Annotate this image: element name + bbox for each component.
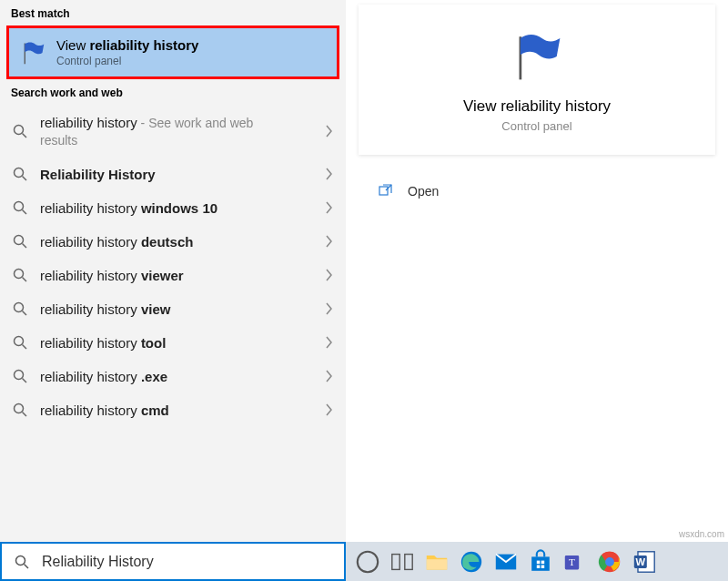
watermark: wsxdn.com xyxy=(679,529,724,539)
result-text: reliability history deutsch xyxy=(40,234,313,250)
chevron-right-icon xyxy=(326,269,333,281)
svg-point-12 xyxy=(15,337,24,346)
best-match-header: Best match xyxy=(0,0,346,25)
file-explorer-icon[interactable] xyxy=(424,549,450,575)
chevron-right-icon xyxy=(326,235,333,248)
preview-title: View reliability history xyxy=(377,97,697,116)
svg-point-6 xyxy=(15,236,24,245)
preview-card: View reliability history Control panel xyxy=(359,5,715,155)
svg-text:T: T xyxy=(569,556,575,567)
svg-point-10 xyxy=(15,303,24,312)
svg-line-3 xyxy=(23,177,27,181)
result-text: reliability history viewer xyxy=(40,268,313,283)
svg-point-16 xyxy=(15,404,24,413)
svg-point-19 xyxy=(16,556,25,565)
search-icon xyxy=(13,124,27,138)
svg-line-15 xyxy=(23,379,27,383)
task-view-icon[interactable] xyxy=(389,549,415,575)
svg-point-8 xyxy=(15,270,24,279)
svg-text:W: W xyxy=(636,556,646,567)
svg-line-17 xyxy=(23,413,27,417)
chevron-right-icon xyxy=(326,403,333,416)
search-bar[interactable] xyxy=(0,542,346,581)
result-item[interactable]: reliability history windows 10 xyxy=(0,191,346,225)
taskbar-apps: T W xyxy=(346,542,728,581)
best-match-result[interactable]: View reliability history Control panel xyxy=(6,25,339,79)
edge-icon[interactable] xyxy=(459,549,484,575)
search-icon xyxy=(13,403,27,417)
teams-icon[interactable]: T xyxy=(562,549,588,575)
word-icon[interactable]: W xyxy=(632,549,657,575)
search-icon xyxy=(13,369,27,383)
svg-line-13 xyxy=(23,345,27,350)
chevron-right-icon xyxy=(326,201,333,214)
mail-icon[interactable] xyxy=(493,549,519,575)
result-text: Reliability History xyxy=(40,167,313,182)
svg-rect-30 xyxy=(537,565,541,568)
search-results-panel: Best match View reliability history Cont… xyxy=(0,0,346,542)
svg-line-7 xyxy=(23,244,27,249)
result-text: reliability history .exe xyxy=(40,369,313,384)
search-icon xyxy=(13,234,27,249)
search-icon xyxy=(13,301,27,316)
result-item[interactable]: reliability history - See work and webre… xyxy=(0,105,346,158)
result-item[interactable]: reliability history .exe xyxy=(0,360,346,393)
actions-list: Open xyxy=(346,168,728,215)
svg-rect-24 xyxy=(427,559,447,569)
svg-line-5 xyxy=(23,210,27,215)
svg-rect-23 xyxy=(405,554,412,569)
preview-panel: View reliability history Control panel O… xyxy=(346,0,728,542)
chevron-right-icon xyxy=(326,336,333,349)
chevron-right-icon xyxy=(326,125,333,138)
svg-line-11 xyxy=(23,311,27,316)
search-icon xyxy=(15,555,29,569)
svg-rect-29 xyxy=(541,560,545,564)
result-item[interactable]: reliability history deutsch xyxy=(0,225,346,259)
svg-point-36 xyxy=(607,558,613,565)
result-text: reliability history windows 10 xyxy=(40,200,313,216)
search-icon xyxy=(13,167,27,181)
flag-icon xyxy=(20,40,46,66)
svg-rect-28 xyxy=(537,560,541,564)
result-text: reliability history cmd xyxy=(40,403,313,418)
result-text: reliability history tool xyxy=(40,335,313,351)
svg-line-9 xyxy=(23,278,27,282)
best-match-text: View reliability history Control panel xyxy=(56,37,198,67)
svg-point-2 xyxy=(15,168,24,178)
svg-point-0 xyxy=(15,125,24,134)
svg-point-4 xyxy=(15,202,24,211)
result-item[interactable]: reliability history tool xyxy=(0,326,346,360)
search-icon xyxy=(13,268,27,282)
svg-rect-31 xyxy=(541,565,545,568)
open-icon xyxy=(379,184,393,199)
svg-point-14 xyxy=(15,371,24,380)
result-item[interactable]: reliability history cmd xyxy=(0,393,346,427)
open-action[interactable]: Open xyxy=(375,175,699,208)
result-text: reliability history view xyxy=(40,301,313,317)
search-icon xyxy=(13,335,27,350)
flag-icon xyxy=(511,30,563,83)
search-input[interactable] xyxy=(42,554,331,570)
chevron-right-icon xyxy=(326,370,333,382)
results-list: reliability history - See work and webre… xyxy=(0,105,346,542)
store-icon[interactable] xyxy=(528,549,553,575)
result-item[interactable]: reliability history viewer xyxy=(0,259,346,292)
taskbar: T W xyxy=(0,542,728,581)
svg-line-20 xyxy=(25,564,29,568)
result-item[interactable]: Reliability History xyxy=(0,158,346,191)
search-icon xyxy=(13,200,27,215)
cortana-icon[interactable] xyxy=(355,549,380,575)
svg-rect-22 xyxy=(392,554,399,569)
search-work-web-header: Search work and web xyxy=(0,79,346,105)
chrome-icon[interactable] xyxy=(597,549,622,575)
svg-point-21 xyxy=(358,551,378,571)
result-text: reliability history - See work and webre… xyxy=(40,114,313,148)
open-label: Open xyxy=(408,184,439,199)
chevron-right-icon xyxy=(326,168,333,180)
svg-line-1 xyxy=(23,133,27,138)
preview-subtitle: Control panel xyxy=(377,119,697,133)
svg-rect-27 xyxy=(531,556,550,570)
svg-rect-18 xyxy=(379,187,388,195)
chevron-right-icon xyxy=(326,302,333,315)
result-item[interactable]: reliability history view xyxy=(0,292,346,326)
